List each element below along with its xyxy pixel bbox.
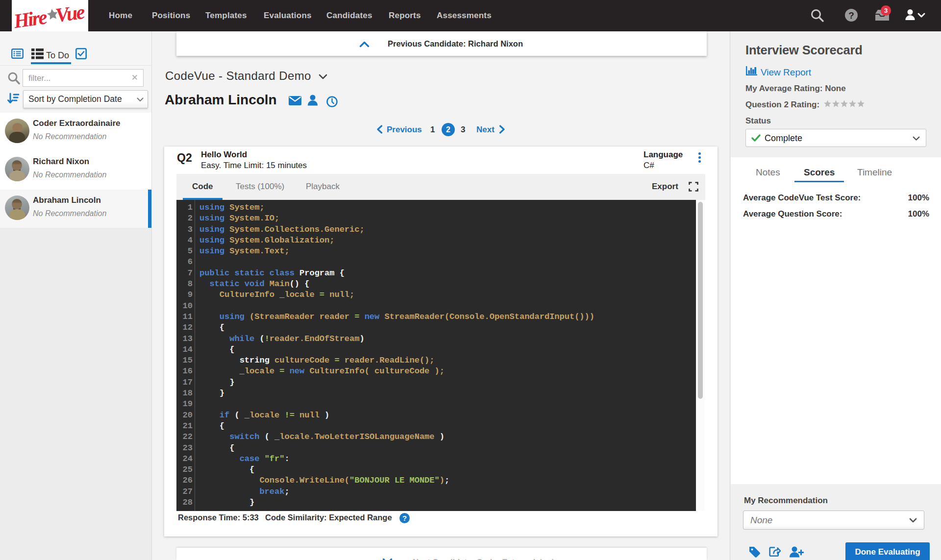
svg-text:Hire: Hire [12, 5, 49, 31]
svg-text:Vue: Vue [54, 0, 86, 26]
svg-text:?: ? [848, 10, 854, 21]
